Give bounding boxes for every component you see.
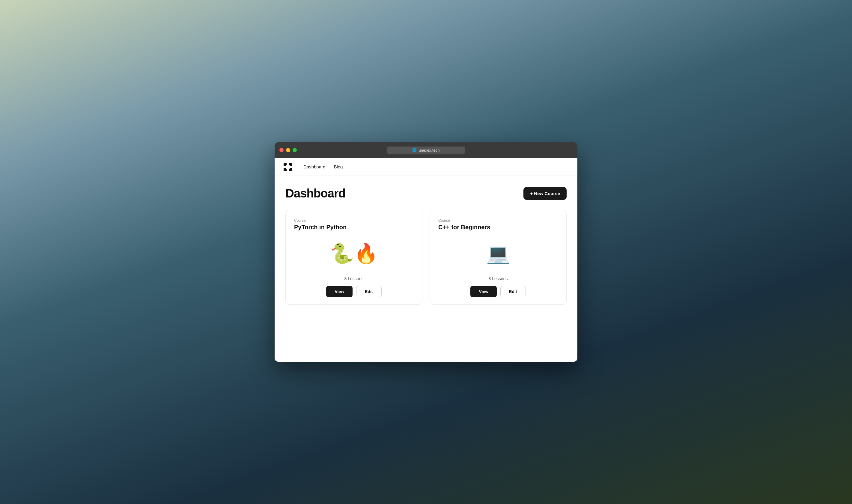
edit-button-cpp[interactable]: Edit xyxy=(500,286,526,297)
course-emoji-area-2: 💻 xyxy=(438,235,558,271)
course-lessons-1: 8 Lessons xyxy=(294,276,414,281)
courses-grid: Course PyTorch in Python 🐍🔥 8 Lessons Vi… xyxy=(285,210,567,305)
logo-icon xyxy=(283,162,292,172)
logo[interactable] xyxy=(283,162,292,172)
course-title-1: PyTorch in Python xyxy=(294,224,347,231)
view-button-pytorch[interactable]: View xyxy=(326,286,353,297)
course-actions-2: View Edit xyxy=(438,286,558,297)
edit-button-pytorch[interactable]: Edit xyxy=(356,286,381,297)
svg-rect-4 xyxy=(286,165,289,169)
course-lessons-2: 8 Lessons xyxy=(438,276,558,281)
page-title: Dashboard xyxy=(285,187,345,200)
globe-icon: 🌐 xyxy=(412,148,417,152)
course-title-2: C++ for Beginners xyxy=(438,224,490,231)
new-course-button[interactable]: + New Course xyxy=(523,187,567,200)
url-text: unexex.tech xyxy=(419,148,440,152)
view-button-cpp[interactable]: View xyxy=(471,286,497,297)
url-bar[interactable]: 🌐 unexex.tech xyxy=(387,146,465,154)
nav-link-blog[interactable]: Blog xyxy=(334,164,343,169)
nav-bar: Dashboard Blog xyxy=(274,158,578,176)
course-actions-1: View Edit xyxy=(294,286,414,297)
course-label-1: Course xyxy=(294,218,306,223)
main-content: Dashboard + New Course Course PyTorch in… xyxy=(274,176,578,362)
course-card-cpp: Course C++ for Beginners 💻 8 Lessons Vie… xyxy=(430,210,567,305)
maximize-button[interactable] xyxy=(292,148,297,152)
course-emoji-2: 💻 xyxy=(486,242,510,265)
title-bar: 🌐 unexex.tech xyxy=(274,142,578,158)
course-emoji-1: 🐍🔥 xyxy=(330,242,378,265)
close-button[interactable] xyxy=(279,148,284,152)
course-card-pytorch: Course PyTorch in Python 🐍🔥 8 Lessons Vi… xyxy=(285,210,422,305)
course-label-2: Course xyxy=(438,218,450,223)
minimize-button[interactable] xyxy=(286,148,290,152)
course-emoji-area-1: 🐍🔥 xyxy=(294,235,414,271)
browser-window: 🌐 unexex.tech Dashboard Blog Dashboard +… xyxy=(274,142,578,362)
page-header: Dashboard + New Course xyxy=(285,187,567,200)
nav-link-dashboard[interactable]: Dashboard xyxy=(303,164,325,169)
